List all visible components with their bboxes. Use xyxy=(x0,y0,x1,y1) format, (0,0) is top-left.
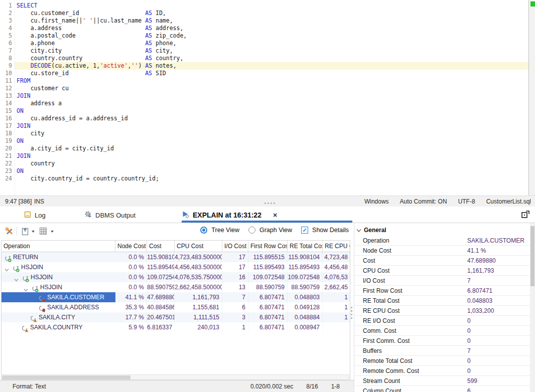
column-header-re-total-cost[interactable]: RE Total Cost xyxy=(288,241,323,252)
editor-line[interactable]: 10 cu.store_id AS SID xyxy=(0,70,528,77)
editor-line[interactable]: 24 city.country_id = country.country_id; xyxy=(0,175,528,182)
close-icon[interactable]: × xyxy=(273,211,277,219)
radio-label[interactable]: Graph View xyxy=(259,227,292,234)
tab-log[interactable]: Log xyxy=(24,209,46,221)
plan-cell: 41.1 % xyxy=(115,292,147,302)
code-text: a.city_id = city.city_id xyxy=(17,145,114,152)
horizontal-scrollbar-thumb[interactable] xyxy=(2,375,130,379)
editor-line[interactable]: 21JOIN xyxy=(0,152,528,160)
line-number: 20 xyxy=(0,145,12,152)
sql-editor[interactable]: 1SELECT2 cu.customer_id AS ID,3 cu.first… xyxy=(0,0,535,195)
editor-line[interactable]: 9 DECODE(cu.active, 1,'active','') AS no… xyxy=(0,62,528,70)
inspection-ok-indicator[interactable] xyxy=(530,2,535,7)
editor-line[interactable]: 20 a.city_id = city.city_id xyxy=(0,145,528,152)
operation-cell[interactable]: RETURN xyxy=(2,252,115,262)
plan-row-sakila-customer[interactable]: SAKILA.CUSTOMER41.1 %47.6898801,161,7937… xyxy=(2,292,350,302)
column-header-node-cost[interactable]: Node Cost xyxy=(115,241,147,252)
plan-cell: 0.048884 xyxy=(288,312,323,322)
pane-splitter-handle[interactable] xyxy=(351,307,352,319)
operation-label: SAKILA.CUSTOMER xyxy=(47,292,104,302)
editor-line[interactable]: 3 cu.first_name||' '||cu.last_name AS na… xyxy=(0,17,528,25)
editor-line[interactable]: 18 city xyxy=(0,130,528,137)
plan-table-header[interactable]: OperationNode CostCostCPU CostI/O CostFi… xyxy=(2,241,350,252)
autocommit-status[interactable]: Auto Commit: ON xyxy=(400,198,447,205)
plan-row-sakila-city[interactable]: SAKILA.CITY17.7 %20.4675011,111,51536.80… xyxy=(2,312,350,322)
plan-cell: 0.0 % xyxy=(115,262,147,272)
detail-label: RE CPU Cost xyxy=(363,306,399,316)
editor-line[interactable]: 15ON xyxy=(0,107,528,115)
operation-cell[interactable]: SAKILA.CITY xyxy=(2,312,115,322)
radio-graph-view[interactable] xyxy=(248,227,255,234)
line-number: 13 xyxy=(0,92,12,100)
editor-line[interactable]: 16 cu.address_id = a.address_id xyxy=(0,115,528,122)
detail-value: SAKILA.CUSTOMER xyxy=(467,236,524,246)
line-endings[interactable]: Windows xyxy=(364,198,389,205)
vertical-scrollbar[interactable] xyxy=(530,223,535,392)
caret-position: 9:47 [386] xyxy=(5,198,32,205)
operation-label: SAKILA.CITY xyxy=(39,312,75,322)
editor-line[interactable]: 19ON xyxy=(0,137,528,145)
detail-row-comm-cost: Comm. Cost0 xyxy=(354,326,530,336)
editor-line[interactable]: 6 a.phone AS phone, xyxy=(0,40,528,47)
column-header-i-o-cost[interactable]: I/O Cost xyxy=(222,241,248,252)
open-in-window-icon[interactable] xyxy=(521,211,530,219)
plan-row-return[interactable]: RETURN0.0 %115.9081044,723,483.500000171… xyxy=(2,252,350,262)
editor-line[interactable]: 23ON xyxy=(0,167,528,175)
plan-cell: 240,013 xyxy=(175,322,222,332)
operation-cell[interactable]: SAKILA.COUNTRY xyxy=(2,322,115,332)
editor-line[interactable]: 13JOIN xyxy=(0,92,528,100)
column-header-cpu-cost[interactable]: CPU Cost xyxy=(175,241,222,252)
plan-row-sakila-address[interactable]: SAKILA.ADDRESS35.3 %40.8845861,155,68166… xyxy=(2,302,350,312)
editor-line[interactable]: 5 a.postal_code AS zip_code, xyxy=(0,32,528,40)
editor-lines[interactable]: 1SELECT2 cu.customer_id AS ID,3 cu.first… xyxy=(0,2,528,182)
editor-line[interactable]: 11FROM xyxy=(0,77,528,85)
operation-cell[interactable]: SAKILA.ADDRESS xyxy=(2,302,115,312)
editor-line[interactable]: 8 country.country AS country, xyxy=(0,55,528,62)
editor-line[interactable]: 2 cu.customer_id AS ID, xyxy=(0,10,528,17)
operation-cell[interactable]: HSJOIN xyxy=(2,272,115,282)
checkbox-show-details[interactable]: ✓ xyxy=(301,227,308,234)
editor-line[interactable]: 7 city.city AS city, xyxy=(0,47,528,55)
export-icon[interactable] xyxy=(21,227,29,236)
panel-splitter-handle[interactable] xyxy=(264,203,275,204)
operation-cell[interactable]: HSJOIN xyxy=(2,282,115,292)
settings-tools-icon[interactable] xyxy=(5,227,14,236)
tab-explain-at-16-31-22[interactable]: EXPLAIN at 16:31:22× xyxy=(182,209,277,221)
checkbox-label[interactable]: Show Details xyxy=(312,227,349,234)
vertical-scrollbar-thumb[interactable] xyxy=(530,226,534,286)
detail-row-buffers: Buffers7 xyxy=(354,346,530,356)
radio-label[interactable]: Tree View xyxy=(211,227,239,234)
column-header-first-row-cost[interactable]: First Row Cost xyxy=(248,241,288,252)
editor-line[interactable]: 12 customer cu xyxy=(0,85,528,92)
line-number: 16 xyxy=(0,115,12,122)
operation-cell[interactable]: SAKILA.CUSTOMER xyxy=(2,292,115,302)
tab-dbms-output[interactable]: DBMS Output xyxy=(84,209,136,221)
plan-row-hsjoin[interactable]: HSJOIN0.0 %88.5907592,662,458.5000001388… xyxy=(2,282,350,292)
horizontal-scrollbar[interactable] xyxy=(1,374,349,380)
editor-line[interactable]: 14 address a xyxy=(0,100,528,107)
editor-line[interactable]: 17JOIN xyxy=(0,122,528,130)
plan-cell: 4,723,483.500000 xyxy=(175,252,222,262)
operation-label: HSJOIN xyxy=(31,272,53,282)
detail-value: 41.1 % xyxy=(467,246,486,256)
plan-cell: 115.895493 xyxy=(248,262,288,272)
insert-mode: INS xyxy=(34,198,44,205)
plan-row-hsjoin[interactable]: HSJOIN0.0 %109.0725484,076,535.750000161… xyxy=(2,272,350,282)
grid-dropdown-caret[interactable] xyxy=(51,231,54,233)
grid-view-icon[interactable] xyxy=(39,227,47,235)
editor-line[interactable]: 1SELECT xyxy=(0,2,528,10)
radio-tree-view[interactable] xyxy=(200,227,207,234)
column-header-cost[interactable]: Cost xyxy=(147,241,175,252)
line-number: 15 xyxy=(0,107,12,115)
plan-row-hsjoin[interactable]: HSJOIN0.0 %115.8954934,456,483.500000171… xyxy=(2,262,350,272)
execution-time: 0.020/0.002 sec xyxy=(250,383,293,390)
operation-cell[interactable]: HSJOIN xyxy=(2,262,115,272)
editor-line[interactable]: 4 a.address AS address, xyxy=(0,25,528,32)
encoding[interactable]: UTF-8 xyxy=(458,198,475,205)
plan-row-sakila-country[interactable]: SAKILA.COUNTRY5.9 %6.816337240,01316.807… xyxy=(2,322,350,332)
explain-plan-table: OperationNode CostCostCPU CostI/O CostFi… xyxy=(1,240,350,380)
column-header-re-cpu-c[interactable]: RE CPU C xyxy=(323,241,350,252)
editor-line[interactable]: 22 country xyxy=(0,160,528,167)
export-dropdown-caret[interactable] xyxy=(32,231,35,233)
column-header-operation[interactable]: Operation xyxy=(2,241,115,252)
